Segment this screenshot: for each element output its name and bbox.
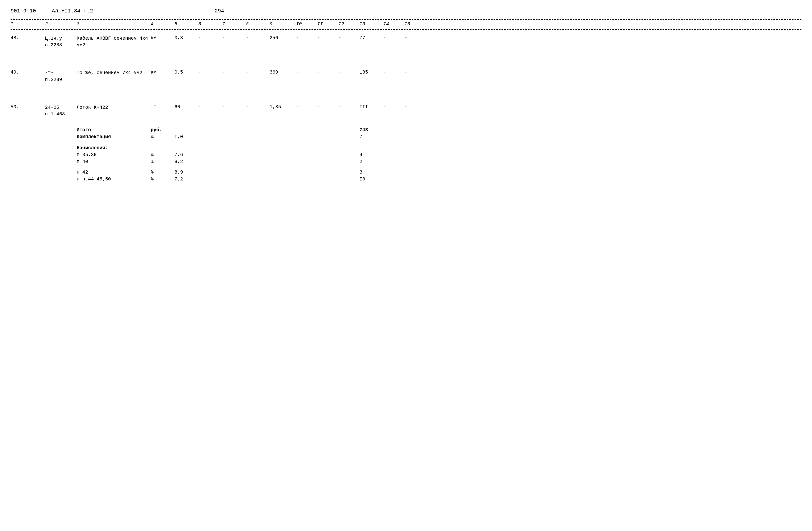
col-header-5: 5 [174, 22, 198, 27]
row-50-code: 24-05 п.1-468 [45, 104, 77, 117]
spacer-1 [11, 59, 801, 70]
nach-0-value: 4 [360, 152, 383, 157]
nach-0-unit: % [151, 152, 174, 157]
col-header-11: II [317, 22, 338, 27]
inner-spacer [11, 118, 801, 126]
row-49-main: 49. -"- п.2289 То же, сечением 7x4 мм2 к… [11, 70, 801, 83]
row-49-col9: 369 [270, 70, 296, 75]
col-header-8: 8 [246, 22, 270, 27]
row-49-num: 49. [11, 70, 45, 75]
nach-spacer-mid [11, 165, 801, 169]
itogo-label: Итого [77, 127, 151, 132]
col-header-4: 4 [151, 22, 174, 27]
nach-0-col5: 7,6 [174, 152, 198, 157]
nach-item-1: п.40 % 8,2 2 [11, 158, 801, 165]
row-50-col5: 60 [174, 104, 198, 110]
row-49-col11: - [317, 70, 338, 75]
nach-1-unit: % [151, 159, 174, 164]
col-header-10: I0 [296, 22, 317, 27]
col-header-12: I2 [338, 22, 360, 27]
row-49-col5: 0,5 [174, 70, 198, 75]
entry-48: 48. Ц.1ч.у п.2288 Кабель АКВВГ сечением … [11, 35, 801, 48]
komplektaciya-row: Комплектация % I,0 7 [11, 133, 801, 140]
row-50-col11: - [317, 104, 338, 110]
row-49-col10: - [296, 70, 317, 75]
row-48-col10: - [296, 35, 317, 41]
row-49-col8: - [246, 70, 270, 75]
row-48-col6: - [198, 35, 222, 41]
row-50-col10: - [296, 104, 317, 110]
nachisleniya-label-row: Начисления: [11, 144, 801, 151]
kompl-label: Комплектация [77, 134, 151, 139]
nach-item-0: п.35,39 % 7,6 4 [11, 151, 801, 158]
row-49-col12: - [338, 70, 360, 75]
row-48-col16: - [404, 35, 425, 41]
row-50-col7: - [222, 104, 246, 110]
nach-3-code: п.п.44-45,50 [77, 177, 151, 182]
nach-3-unit: % [151, 177, 174, 182]
row-49-code: -"- п.2289 [45, 70, 77, 83]
col-header-6: 6 [198, 22, 222, 27]
row-50-col9: 1,85 [270, 104, 296, 110]
row-50-col12: - [338, 104, 360, 110]
document-container: 901-9-10 Ал.УII.84.ч.2 294 I 2 3 4 5 6 7… [11, 8, 801, 183]
col-header-16: I6 [404, 22, 425, 27]
col-header-1: I [11, 22, 45, 27]
doc-ref: Ал.УII.84.ч.2 [52, 8, 93, 14]
col-header-9: 9 [270, 22, 296, 27]
entry-49: 49. -"- п.2289 То же, сечением 7x4 мм2 к… [11, 70, 801, 83]
row-50-num: 50. [11, 104, 45, 110]
row-50-col13: III [360, 104, 383, 110]
row-50-col16: - [404, 104, 425, 110]
row-48-col7: - [222, 35, 246, 41]
nach-2-code: п.42 [77, 170, 151, 175]
row-48-code: Ц.1ч.у п.2288 [45, 35, 77, 48]
row-49-col16: - [404, 70, 425, 75]
col-header-13: I3 [360, 22, 383, 27]
row-50-col14: - [383, 104, 404, 110]
col-header-3: 3 [77, 22, 151, 27]
row-48-col8: - [246, 35, 270, 41]
page-number: 294 [215, 8, 224, 14]
itogo-unit: руб. [151, 127, 174, 132]
nach-2-col5: 8,9 [174, 170, 198, 175]
nach-label: Начисления: [77, 145, 151, 151]
kompl-col5: I,0 [174, 134, 198, 139]
row-48-col13: 77 [360, 35, 383, 41]
row-50-main: 50. 24-05 п.1-468 Лоток К-422 шт 60 - - … [11, 104, 801, 117]
row-48-unit: км [151, 35, 174, 41]
row-49-col14: - [383, 70, 404, 75]
nach-3-value: I0 [360, 177, 383, 182]
nach-item-3: п.п.44-45,50 % 7,2 I0 [11, 176, 801, 183]
row-50-desc: Лоток К-422 [77, 104, 151, 111]
row-50-col6: - [198, 104, 222, 110]
row-48-desc: Кабель АКВВГ сечением 4x4 мм2 [77, 35, 151, 48]
col-header-14: I4 [383, 22, 404, 27]
row-50-unit: шт [151, 104, 174, 110]
row-49-col13: 185 [360, 70, 383, 75]
nach-0-code: п.35,39 [77, 152, 151, 157]
row-48-col5: 0,3 [174, 35, 198, 41]
row-48-main: 48. Ц.1ч.у п.2288 Кабель АКВВГ сечением … [11, 35, 801, 48]
row-48-col14: - [383, 35, 404, 41]
nach-2-value: 3 [360, 170, 383, 175]
itogo-value: 748 [360, 127, 383, 132]
row-48-col9: 256 [270, 35, 296, 41]
spacer-2 [11, 94, 801, 104]
row-50-col8: - [246, 104, 270, 110]
entry-50: 50. 24-05 п.1-468 Лоток К-422 шт 60 - - … [11, 104, 801, 183]
row-48-col12: - [338, 35, 360, 41]
kompl-unit: % [151, 134, 174, 139]
nach-1-col5: 8,2 [174, 159, 198, 164]
doc-number: 901-9-10 [11, 8, 36, 14]
row-49-unit: км [151, 70, 174, 75]
nach-1-code: п.40 [77, 159, 151, 164]
col-header-2: 2 [45, 22, 77, 27]
col-header-7: 7 [222, 22, 246, 27]
nach-spacer-top [11, 140, 801, 144]
row-49-col6: - [198, 70, 222, 75]
nach-2-unit: % [151, 170, 174, 175]
row-49-desc: То же, сечением 7x4 мм2 [77, 70, 151, 76]
row-48-num: 48. [11, 35, 45, 41]
row-48-col11: - [317, 35, 338, 41]
